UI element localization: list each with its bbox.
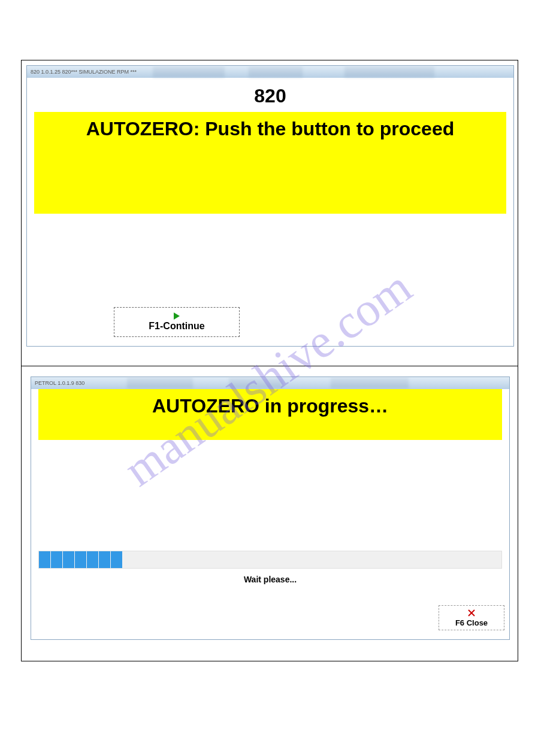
window-title-text: 820 1.0.1.25 820*** SIMULAZIONE RPM *** [31,69,137,75]
progress-segment [99,551,110,568]
window-autozero-progress: PETROL 1.0.1.9 830 AUTOZERO in progress…… [31,377,510,640]
progress-segment [111,551,122,568]
progress-segment [63,551,74,568]
titlebar-blur [331,378,409,388]
progress-fill [39,551,501,568]
svg-marker-0 [174,312,180,320]
play-icon [174,312,180,320]
close-button-label: F6 Close [455,618,488,627]
close-icon [467,609,476,617]
continue-button-label: F1-Continue [149,321,204,332]
titlebar-blur [127,378,193,388]
wait-message: Wait please... [31,575,509,584]
device-number-heading: 820 [27,78,513,112]
progress-segment [87,551,98,568]
window-autozero-prompt: 820 1.0.1.25 820*** SIMULAZIONE RPM *** … [26,65,514,347]
close-button[interactable]: F6 Close [439,605,504,630]
progress-bar [38,551,502,569]
horizontal-divider [22,366,518,366]
progress-segment [75,551,86,568]
window-title-text: PETROL 1.0.1.9 830 [35,380,84,386]
titlebar-blur [153,66,225,77]
instruction-banner: AUTOZERO: Push the button to proceed [34,112,506,214]
progress-banner: AUTOZERO in progress… [38,389,502,440]
titlebar-blur [229,378,283,388]
progress-segment [39,551,50,568]
progress-segment [51,551,62,568]
titlebar-blur [344,66,434,77]
continue-button[interactable]: F1-Continue [114,307,240,337]
page-frame: 820 1.0.1.25 820*** SIMULAZIONE RPM *** … [21,60,518,661]
titlebar-blur [249,66,303,77]
